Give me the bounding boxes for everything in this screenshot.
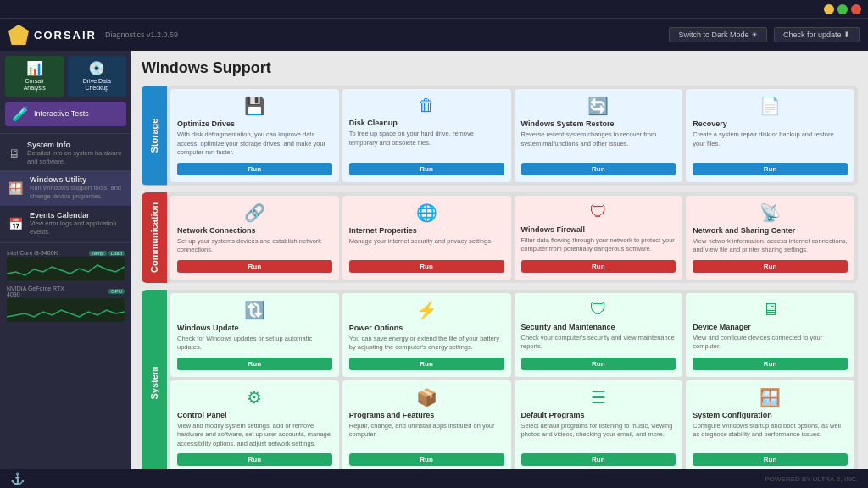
- content-area: Windows Support Storage 💾 Optimize Drive…: [131, 51, 868, 469]
- analysis-icon: 📊: [26, 60, 43, 76]
- tool-title-communication-1: Internet Properties: [349, 226, 504, 235]
- tool-desc-communication-1: Manage your internet security and privac…: [349, 237, 504, 255]
- gpu-label: NVIDIA GeForce RTX 4090: [7, 286, 66, 297]
- tool-run-btn-system-4[interactable]: Run: [177, 453, 332, 466]
- sidebar-item-system-info[interactable]: 🖥 System Info Detailed info on system ha…: [0, 136, 131, 171]
- tool-card-storage-1: 🗑 Disk Cleanup To free up space on your …: [342, 89, 511, 182]
- categories-container: Storage 💾 Optimize Drives With disk defr…: [142, 86, 858, 469]
- tool-card-communication-2: 🛡 Windows Firewall Filter data flowing t…: [515, 196, 683, 280]
- tool-run-btn-system-0[interactable]: Run: [177, 358, 332, 370]
- sidebar-analysis-card[interactable]: 📊 CorsairAnalysis: [5, 56, 64, 97]
- cpu-monitor: Intel Core i9-9400K Temp Load NVIDIA GeF…: [0, 245, 131, 327]
- tool-run-btn-storage-2[interactable]: Run: [521, 163, 676, 175]
- tool-title-system-0: Windows Update: [177, 324, 332, 332]
- tool-icon-communication-2: 🛡: [521, 202, 676, 222]
- tool-run-btn-storage-3[interactable]: Run: [693, 163, 848, 175]
- page-title: Windows Support: [142, 59, 858, 77]
- checkup-icon: 💿: [88, 60, 105, 76]
- tool-desc-communication-2: Filter data flowing through your network…: [521, 236, 676, 255]
- tool-run-btn-communication-0[interactable]: Run: [177, 260, 332, 273]
- maximize-button[interactable]: [837, 4, 848, 14]
- logo-text: CORSAIR: [34, 29, 97, 42]
- system-info-text: System Info Detailed info on system hard…: [27, 141, 123, 166]
- tool-card-system-6: ☰ Default Programs Select default progra…: [515, 380, 683, 470]
- tool-card-system-4: ⚙ Control Panel View and modify system s…: [170, 380, 339, 470]
- window-controls: [824, 4, 861, 14]
- tool-icon-communication-3: 📡: [693, 202, 848, 223]
- tool-desc-system-4: View and modify system settings, add or …: [177, 422, 332, 449]
- tool-icon-system-1: ⚡: [349, 300, 504, 320]
- sidebar-interactive-tests[interactable]: 🧪 Interactive Tests: [5, 102, 126, 126]
- sidebar-item-windows-utility[interactable]: 🪟 Windows Utility Run Windows support to…: [0, 170, 131, 206]
- tool-run-btn-system-3[interactable]: Run: [693, 358, 848, 370]
- tool-title-communication-3: Network and Sharing Center: [693, 226, 848, 235]
- tool-run-btn-communication-3[interactable]: Run: [693, 260, 848, 273]
- tool-run-btn-communication-2[interactable]: Run: [521, 260, 676, 273]
- tool-desc-system-0: Check for Windows updates or set up auto…: [177, 335, 332, 352]
- tool-desc-storage-0: With disk defragmentation, you can impro…: [177, 130, 332, 158]
- interactive-icon: 🧪: [12, 106, 29, 122]
- tool-icon-system-5: 📦: [349, 387, 504, 408]
- tool-run-btn-system-2[interactable]: Run: [521, 358, 676, 370]
- tool-desc-system-5: Repair, change, and uninstall apps insta…: [349, 422, 504, 449]
- close-button[interactable]: [851, 4, 861, 14]
- tool-desc-storage-3: Create a system repair disk or backup an…: [693, 130, 848, 158]
- tool-desc-system-3: View and configure devices connected to …: [693, 334, 848, 352]
- tool-card-system-2: 🛡 Security and Maintenance Check your co…: [515, 293, 683, 377]
- tool-title-system-5: Programs and Features: [349, 411, 504, 419]
- cpu-temp-badge: Temp: [89, 251, 107, 256]
- tool-desc-system-1: You can save energy or extend the life o…: [349, 335, 504, 352]
- tool-run-btn-storage-0[interactable]: Run: [177, 163, 332, 175]
- category-system: System 🔃 Windows Update Check for Window…: [142, 290, 858, 470]
- app-header: CORSAIR Diagnostics v1.2.0.59 Switch to …: [0, 19, 868, 51]
- footer-logo-icon: ⚓: [10, 472, 25, 485]
- tool-desc-communication-0: Set up your systems devices and establis…: [177, 237, 332, 255]
- tool-desc-storage-1: To free up space on your hard drive, rem…: [349, 130, 504, 158]
- tool-card-communication-3: 📡 Network and Sharing Center View networ…: [686, 196, 854, 280]
- gpu-badges: GPU: [108, 289, 125, 294]
- tool-card-system-7: 🪟 System Configuration Configure Windows…: [686, 380, 854, 470]
- tool-title-storage-1: Disk Cleanup: [349, 119, 504, 127]
- tool-run-btn-system-1[interactable]: Run: [349, 358, 504, 370]
- interactive-label: Interactive Tests: [34, 109, 89, 118]
- sidebar-divider-2: [0, 242, 131, 243]
- cpu-load-badge: Load: [108, 251, 125, 256]
- tool-title-system-6: Default Programs: [521, 411, 676, 419]
- tool-card-storage-0: 💾 Optimize Drives With disk defragmentat…: [170, 89, 339, 182]
- category-label-system: System: [142, 290, 167, 470]
- tool-icon-system-6: ☰: [521, 387, 676, 408]
- tool-run-btn-storage-1[interactable]: Run: [349, 163, 504, 175]
- dark-mode-button[interactable]: Switch to Dark Mode ☀: [669, 27, 767, 42]
- tool-run-btn-system-6[interactable]: Run: [521, 453, 676, 466]
- tool-icon-storage-1: 🗑: [349, 96, 504, 115]
- category-storage: Storage 💾 Optimize Drives With disk defr…: [142, 86, 858, 186]
- sidebar-top-cards: 📊 CorsairAnalysis 💿 Drive DataCheckup: [0, 51, 131, 102]
- tool-icon-communication-0: 🔗: [177, 202, 332, 223]
- tool-run-btn-system-5[interactable]: Run: [349, 453, 504, 466]
- tool-card-system-1: ⚡ Power Options You can save energy or e…: [342, 293, 511, 377]
- corsair-logo: CORSAIR Diagnostics v1.2.0.59: [8, 25, 178, 45]
- minimize-button[interactable]: [824, 4, 834, 14]
- tool-run-btn-communication-1[interactable]: Run: [349, 260, 504, 273]
- tool-desc-communication-3: View network information, access interne…: [693, 237, 848, 255]
- tool-icon-storage-3: 📄: [693, 96, 848, 116]
- tool-icon-system-2: 🛡: [521, 300, 676, 319]
- tool-desc-storage-2: Reverse recent system changes to recover…: [521, 130, 676, 158]
- tool-title-system-4: Control Panel: [177, 411, 332, 419]
- tool-title-system-3: Device Manager: [693, 323, 848, 331]
- tool-icon-communication-1: 🌐: [349, 202, 504, 223]
- cpu-bar-row: Intel Core i9-9400K Temp Load: [7, 250, 125, 256]
- tool-card-storage-2: 🔄 Windows System Restore Reverse recent …: [515, 89, 683, 182]
- tool-card-system-3: 🖥 Device Manager View and configure devi…: [686, 293, 854, 377]
- tool-run-btn-system-7[interactable]: Run: [693, 453, 848, 466]
- sidebar-divider-1: [0, 133, 131, 134]
- app-footer: ⚓ POWERED BY ULTRA-5, INC.: [0, 469, 868, 488]
- sidebar-item-events-calendar[interactable]: 📅 Events Calendar View error logs and ap…: [0, 206, 131, 241]
- tool-icon-storage-2: 🔄: [521, 96, 676, 116]
- check-update-button[interactable]: Check for update ⬇: [774, 27, 860, 42]
- sidebar-checkup-card[interactable]: 💿 Drive DataCheckup: [68, 56, 127, 97]
- main-layout: 📊 CorsairAnalysis 💿 Drive DataCheckup 🧪 …: [0, 51, 868, 469]
- sidebar: 📊 CorsairAnalysis 💿 Drive DataCheckup 🧪 …: [0, 51, 131, 469]
- category-communication: Communication 🔗 Network Connections Set …: [142, 192, 858, 283]
- header-right: Switch to Dark Mode ☀ Check for update ⬇: [669, 27, 860, 42]
